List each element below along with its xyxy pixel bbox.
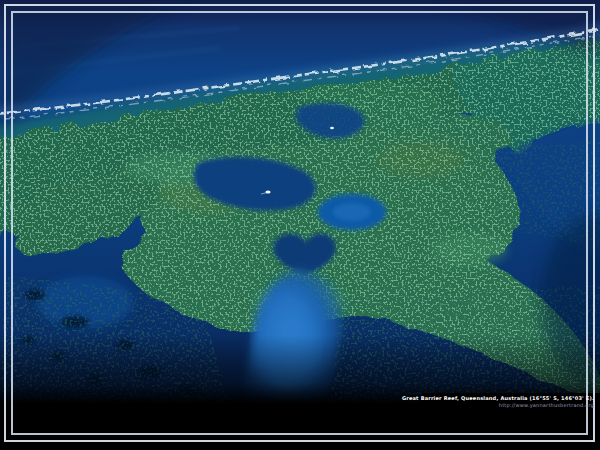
caption-url: http://www.yannarthusbertrand.org bbox=[402, 402, 594, 409]
reef-aerial-photo bbox=[0, 0, 600, 450]
photo-caption: Great Barrier Reef, Queensland, Australi… bbox=[402, 394, 594, 409]
caption-title: Great Barrier Reef, Queensland, Australi… bbox=[402, 394, 594, 402]
desktop-wallpaper: Great Barrier Reef, Queensland, Australi… bbox=[0, 0, 600, 450]
